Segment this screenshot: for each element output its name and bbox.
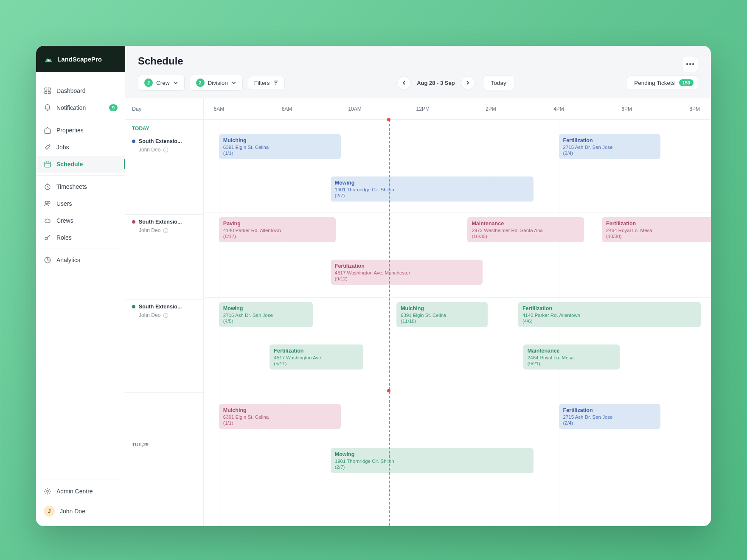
sidebar-item-crews[interactable]: Crews bbox=[36, 212, 125, 229]
event-card[interactable]: Paving4140 Parker Rd. Allentown(8/17) bbox=[219, 217, 336, 242]
lane: Mulching6391 Elgin St. Celina(1/1) Ferti… bbox=[204, 132, 711, 213]
sidebar-item-jobs[interactable]: Jobs bbox=[36, 139, 125, 156]
time-label: 8PM bbox=[689, 106, 700, 112]
sidebar-item-roles[interactable]: Roles bbox=[36, 229, 125, 246]
svg-rect-0 bbox=[48, 59, 50, 62]
nav-label: Users bbox=[56, 200, 72, 207]
crew-filter[interactable]: 2 Crew bbox=[138, 75, 185, 91]
time-label: 6PM bbox=[621, 106, 632, 112]
svg-rect-2 bbox=[48, 88, 51, 90]
lane: Paving4140 Parker Rd. Allentown(8/17) Ma… bbox=[204, 213, 711, 298]
helmet-icon bbox=[44, 217, 51, 224]
crew-lead: John Deo bbox=[139, 312, 160, 318]
crew-count: 2 bbox=[144, 78, 153, 87]
crew-lead: John Deo bbox=[139, 227, 160, 233]
svg-point-12 bbox=[47, 490, 49, 493]
prev-button[interactable] bbox=[397, 76, 411, 90]
home-icon bbox=[44, 126, 51, 134]
event-card[interactable]: Fertilization2715 Ash Dr. San Jose(2/4) bbox=[559, 404, 660, 429]
svg-point-5 bbox=[49, 145, 50, 146]
filter-icon bbox=[273, 80, 278, 85]
event-card[interactable]: Fertilization2715 Ash Dr. San Jose(2/4) bbox=[559, 134, 660, 159]
event-card[interactable]: Mulching6391 Elgin St. Celina(1/1) bbox=[219, 134, 341, 159]
clock-icon bbox=[44, 183, 51, 190]
calendar: Day TODAY South Extensio... John Deo Sou… bbox=[125, 98, 711, 526]
grid-icon bbox=[44, 87, 51, 95]
sidebar-item-notification[interactable]: Notification 9 bbox=[36, 99, 125, 116]
pending-count: 159 bbox=[679, 79, 694, 86]
day2-label: TUE,29 bbox=[125, 435, 203, 454]
sidebar-item-timesheets[interactable]: Timesheets bbox=[36, 178, 125, 195]
sidebar-item-schedule[interactable]: Schedule bbox=[36, 156, 125, 173]
brand-logo[interactable]: LandScapePro bbox=[36, 46, 125, 72]
brand-name: LandScapePro bbox=[57, 56, 102, 63]
event-card[interactable]: Fertilization4517 Washington Ave.(5/11) bbox=[270, 344, 363, 370]
event-card[interactable]: Fertilization4517 Washington Ave. Manche… bbox=[331, 260, 483, 285]
lane: Mulching6391 Elgin St. Celina(1/1) Ferti… bbox=[204, 391, 711, 476]
svg-point-8 bbox=[45, 201, 48, 204]
now-dot-icon bbox=[387, 118, 390, 121]
crew-dot-icon bbox=[132, 220, 135, 224]
sidebar-item-analytics[interactable]: Analytics bbox=[36, 252, 125, 269]
nav: Dashboard Notification 9 Properties Jobs bbox=[36, 72, 125, 479]
nav-label: Schedule bbox=[56, 161, 83, 168]
event-card[interactable]: Fertilization2464 Royal Ln. Mesa(10/30) bbox=[602, 217, 711, 242]
day-column-header: Day bbox=[125, 98, 203, 120]
today-button[interactable]: Today bbox=[483, 76, 514, 90]
chart-icon bbox=[44, 256, 51, 264]
notification-badge: 9 bbox=[109, 104, 118, 111]
svg-point-14 bbox=[689, 63, 691, 65]
crew-row[interactable]: South Extensio... John Deo bbox=[125, 215, 203, 300]
calendar-grid[interactable]: 6AM 8AM 10AM 12PM 2PM 4PM 6PM 8PM bbox=[204, 98, 711, 526]
event-card[interactable]: Maintenance2464 Royal Ln. Mesa(9/21) bbox=[523, 344, 620, 370]
sidebar-item-dashboard[interactable]: Dashboard bbox=[36, 82, 125, 99]
nav-label: Roles bbox=[56, 234, 72, 241]
bell-icon bbox=[44, 104, 51, 112]
crew-row[interactable]: South Extensio... John Deo bbox=[125, 300, 203, 393]
sidebar-footer: Admin Centre J John Doe bbox=[36, 479, 125, 526]
svg-point-9 bbox=[48, 202, 51, 204]
svg-rect-1 bbox=[45, 88, 47, 90]
division-filter[interactable]: 2 Division bbox=[190, 75, 243, 91]
event-card[interactable]: Fertilization4140 Parker Rd. Allentown(4… bbox=[518, 302, 701, 327]
sidebar-item-properties[interactable]: Properties bbox=[36, 122, 125, 139]
event-card[interactable]: Mulching6391 Elgin St. Celina(1/1) bbox=[219, 404, 341, 429]
app-window: LandScapePro Dashboard Notification 9 Pr… bbox=[36, 46, 711, 526]
toolbar: 2 Crew 2 Division Filters Aug 28 - 3 Sep bbox=[125, 75, 711, 98]
crew-name: South Extensio... bbox=[139, 304, 182, 310]
svg-point-13 bbox=[686, 63, 688, 65]
sidebar-item-users[interactable]: Users bbox=[36, 195, 125, 212]
next-button[interactable] bbox=[461, 76, 475, 90]
crew-row[interactable]: South Extensio... John Deo bbox=[125, 134, 203, 215]
pending-tickets-button[interactable]: Pending Tickets 159 bbox=[627, 76, 698, 90]
more-button[interactable] bbox=[682, 56, 698, 72]
tool-icon bbox=[44, 143, 51, 151]
pending-label: Pending Tickets bbox=[634, 80, 674, 86]
current-user[interactable]: J John Doe bbox=[36, 500, 125, 523]
house-icon bbox=[44, 54, 53, 64]
event-card[interactable]: Mowing1901 Thornridge Cir. Shiloh(2/7) bbox=[331, 176, 534, 202]
event-card[interactable]: Mowing1901 Thornridge Cir. Shiloh(2/7) bbox=[331, 448, 534, 473]
crew-dot-icon bbox=[132, 305, 135, 308]
info-icon[interactable] bbox=[163, 228, 168, 233]
user-name: John Doe bbox=[60, 508, 85, 515]
nav-label: Timesheets bbox=[56, 183, 87, 190]
date-range: Aug 28 - 3 Sep bbox=[413, 80, 459, 86]
info-icon[interactable] bbox=[163, 313, 168, 318]
filters-button[interactable]: Filters bbox=[248, 76, 285, 90]
time-label: 2PM bbox=[486, 106, 496, 112]
crew-lead: John Deo bbox=[139, 147, 160, 153]
chevron-down-icon bbox=[173, 80, 178, 85]
filter-label: Division bbox=[208, 80, 228, 86]
sidebar-item-admin[interactable]: Admin Centre bbox=[36, 483, 125, 500]
avatar: J bbox=[44, 506, 55, 517]
event-card[interactable]: Maintenance2972 Westheimer Rd. Santa Ana… bbox=[467, 217, 584, 242]
event-card[interactable]: Mulching6391 Elgin St. Celina(11/18) bbox=[396, 302, 488, 327]
crew-row[interactable] bbox=[125, 393, 203, 435]
info-icon[interactable] bbox=[163, 147, 168, 153]
crew-dot-icon bbox=[132, 140, 135, 143]
time-header: 6AM 8AM 10AM 12PM 2PM 4PM 6PM 8PM bbox=[204, 98, 711, 120]
event-card[interactable]: Mowing2715 Ash Dr. San Jose(4/5) bbox=[219, 302, 313, 327]
filter-label: Filters bbox=[254, 80, 270, 86]
lane: Mowing2715 Ash Dr. San Jose(4/5) Mulchin… bbox=[204, 298, 711, 391]
